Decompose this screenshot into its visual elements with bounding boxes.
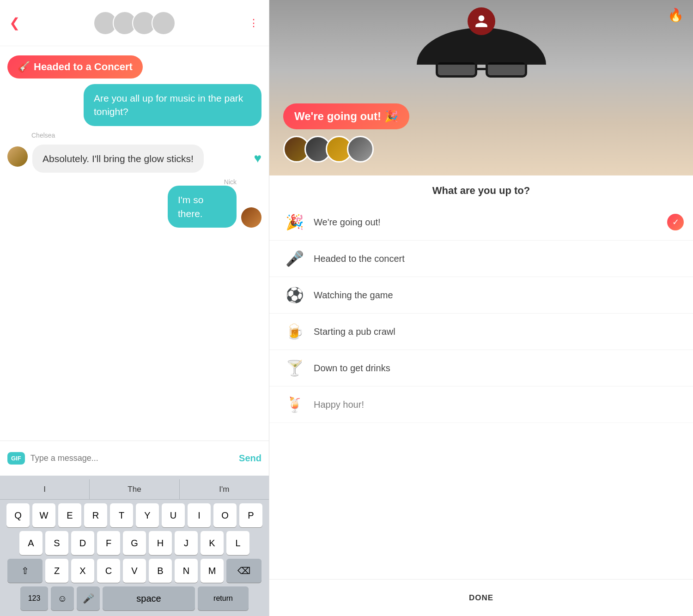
more-options-button[interactable]: ⋮ (249, 17, 260, 29)
send-button[interactable]: Send (239, 453, 261, 464)
key-return[interactable]: return (198, 586, 249, 610)
key-row-3: ⇧ Z X C V B N M ⌫ (3, 559, 266, 583)
key-h[interactable]: H (149, 531, 172, 555)
key-s[interactable]: S (45, 531, 68, 555)
key-i[interactable]: I (188, 503, 211, 527)
suggestion-im[interactable]: I'm (180, 479, 269, 499)
incoming-message-chelsea: Absolutely. I'll bring the glow sticks! (32, 145, 204, 173)
activity-emoji-0: 🎉 (283, 213, 306, 231)
activity-item-pub-crawl[interactable]: 🍺 Starting a pub crawl (269, 314, 693, 350)
activity-label-3: Starting a pub crawl (314, 326, 395, 337)
activity-label-4: Down to get drinks (314, 363, 390, 374)
activity-label-0: We're going out! (314, 217, 381, 228)
key-f[interactable]: F (97, 531, 120, 555)
key-j[interactable]: J (175, 531, 198, 555)
heart-icon[interactable]: ♥ (254, 151, 261, 166)
key-g[interactable]: G (123, 531, 146, 555)
incoming-group-chelsea: Absolutely. I'll bring the glow sticks! … (7, 145, 261, 173)
key-a[interactable]: A (19, 531, 43, 555)
key-l[interactable]: L (226, 531, 249, 555)
sender-label-nick: Nick (224, 178, 237, 186)
key-r[interactable]: R (84, 503, 107, 527)
gif-button[interactable]: GIF (7, 452, 25, 465)
activity-emoji-1: 🎤 (283, 250, 306, 267)
back-button[interactable]: ❮ (9, 15, 20, 30)
avatar-4 (152, 11, 176, 35)
key-emoji[interactable]: ☺ (51, 586, 74, 610)
key-u[interactable]: U (162, 503, 185, 527)
activity-check-0: ✓ (667, 214, 684, 230)
key-row-1: Q W E R T Y U I O P (3, 503, 266, 527)
activity-item-game[interactable]: ⚽ Watching the game (269, 277, 693, 314)
outgoing-message-2: I'm so there. (168, 186, 237, 228)
key-p[interactable]: P (239, 503, 262, 527)
outgoing-nick-section: Nick I'm so there. (7, 178, 261, 228)
key-b[interactable]: B (149, 559, 172, 583)
group-av-4 (347, 136, 374, 163)
key-space[interactable]: space (103, 586, 195, 610)
group-avatars (283, 136, 374, 163)
message-input[interactable] (30, 453, 233, 463)
activity-emoji-5: 🍹 (283, 396, 306, 413)
what-title: What are you up to? (432, 185, 530, 196)
key-w[interactable]: W (32, 503, 55, 527)
avatar-group (93, 11, 176, 35)
going-out-text: We're going out! 🎉 (294, 110, 398, 123)
activity-emoji-3: 🍺 (283, 323, 306, 340)
activity-panel: 🔥 We're going out! 🎉 What are you up to?… (269, 0, 693, 616)
chat-input-area: GIF Send (0, 441, 269, 476)
keyboard: I The I'm Q W E R T Y U I O P A S (0, 476, 269, 616)
key-t[interactable]: T (110, 503, 133, 527)
key-o[interactable]: O (213, 503, 237, 527)
activity-tag: 🎸 Headed to a Concert (7, 55, 143, 79)
suggestion-the[interactable]: The (90, 479, 179, 499)
activity-emoji: 🎸 (18, 61, 30, 73)
key-y[interactable]: Y (136, 503, 159, 527)
key-row-4: 123 ☺ 🎤 space return (3, 586, 266, 610)
sender-label-chelsea: Chelsea (31, 132, 261, 139)
key-c[interactable]: C (97, 559, 120, 583)
activity-label-5: Happy hour! (314, 399, 364, 410)
activity-item-happy-hour[interactable]: 🍹 Happy hour! (269, 387, 693, 423)
chat-panel: ❮ ⋮ 🎸 Headed to a Concert Are you all up… (0, 0, 269, 616)
activity-item-concert[interactable]: 🎤 Headed to the concert (269, 241, 693, 277)
what-section: What are you up to? (269, 175, 693, 204)
glasses-decoration (436, 60, 527, 78)
activity-emoji-4: 🍸 (283, 359, 306, 377)
key-numbers[interactable]: 123 (20, 586, 48, 610)
activity-label-2: Watching the game (314, 290, 393, 301)
suggestion-i[interactable]: I (0, 479, 90, 499)
key-n[interactable]: N (175, 559, 198, 583)
nick-avatar (241, 207, 261, 228)
activity-item-going-out[interactable]: 🎉 We're going out! ✓ (269, 204, 693, 241)
key-m[interactable]: M (201, 559, 224, 583)
photo-bg: 🔥 We're going out! 🎉 (269, 0, 693, 175)
tinder-logo: 🔥 (668, 7, 684, 23)
going-out-bubble: We're going out! 🎉 (283, 103, 409, 129)
activity-list: 🎉 We're going out! ✓ 🎤 Headed to the con… (269, 204, 693, 616)
outgoing-nick-row: I'm so there. (163, 186, 261, 228)
activity-item-drinks[interactable]: 🍸 Down to get drinks (269, 350, 693, 387)
done-button[interactable]: DONE (269, 579, 693, 616)
outgoing-message-1: Are you all up for music in the park ton… (84, 84, 261, 126)
key-row-2: A S D F G H J K L (3, 531, 266, 555)
key-shift[interactable]: ⇧ (7, 559, 43, 583)
profile-icon (468, 7, 495, 35)
chat-messages: 🎸 Headed to a Concert Are you all up for… (0, 46, 269, 441)
key-delete[interactable]: ⌫ (226, 559, 261, 583)
key-e[interactable]: E (58, 503, 81, 527)
key-x[interactable]: X (71, 559, 94, 583)
keyboard-rows: Q W E R T Y U I O P A S D F G H J K (0, 500, 269, 612)
key-mic[interactable]: 🎤 (77, 586, 100, 610)
chelsea-avatar (7, 146, 28, 167)
activity-emoji-2: ⚽ (283, 286, 306, 304)
chat-header: ❮ ⋮ (0, 0, 269, 46)
keyboard-suggestions: I The I'm (0, 479, 269, 500)
key-d[interactable]: D (71, 531, 94, 555)
key-z[interactable]: Z (45, 559, 68, 583)
key-q[interactable]: Q (6, 503, 30, 527)
done-label: DONE (469, 593, 493, 603)
profile-photo-area: 🔥 We're going out! 🎉 (269, 0, 693, 175)
key-v[interactable]: V (123, 559, 146, 583)
key-k[interactable]: K (201, 531, 224, 555)
